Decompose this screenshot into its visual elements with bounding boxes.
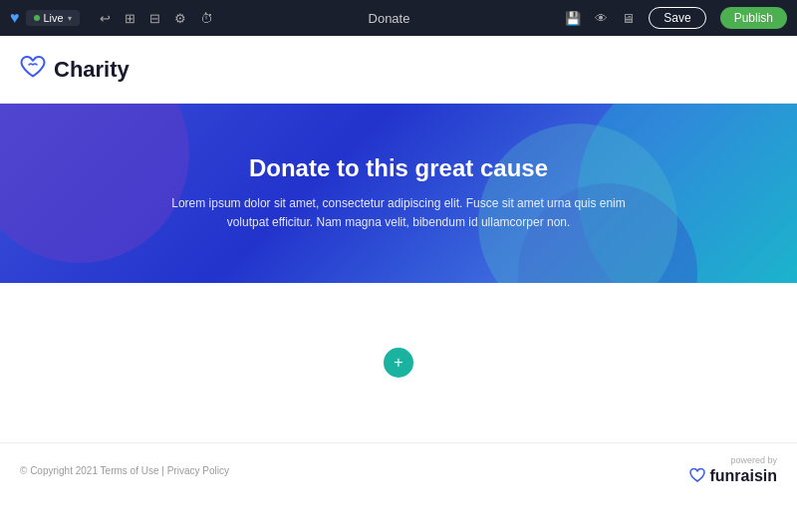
live-dot <box>34 15 40 21</box>
image-icon[interactable]: ⊞ <box>125 11 135 26</box>
site-logo: Charity <box>20 56 130 84</box>
save-cloud-icon[interactable]: 💾 <box>565 11 581 26</box>
settings-icon[interactable]: ⚙ <box>174 11 186 26</box>
desktop-icon[interactable]: 🖥 <box>622 11 635 26</box>
hero-title: Donate to this great cause <box>149 154 648 182</box>
heart-logo-icon: ♥ <box>10 9 20 27</box>
funraisin-heart-icon <box>689 468 705 485</box>
top-bar: ♥ Live ▾ ↩ ⊞ ⊟ ⚙ ⏱ Donate 💾 👁 🖥 Save Pub… <box>0 0 797 36</box>
save-button[interactable]: Save <box>649 7 705 29</box>
site-header: Charity <box>0 36 797 104</box>
hero-content: Donate to this great cause Lorem ipsum d… <box>110 154 687 232</box>
undo-icon[interactable]: ↩ <box>100 11 111 26</box>
live-label: Live <box>44 12 64 24</box>
hero-section: Donate to this great cause Lorem ipsum d… <box>0 104 797 283</box>
add-section-button[interactable]: + <box>384 348 413 378</box>
center-link[interactable]: Donate <box>369 11 410 26</box>
site-logo-text: Charity <box>54 57 130 83</box>
privacy-link[interactable]: Privacy Policy <box>167 465 229 476</box>
layout-icon[interactable]: ⊟ <box>149 11 160 26</box>
preview-icon[interactable]: 👁 <box>595 11 608 26</box>
publish-button[interactable]: Publish <box>720 7 787 29</box>
hero-subtitle: Lorem ipsum dolor sit amet, consectetur … <box>149 194 648 232</box>
top-bar-icons: ↩ ⊞ ⊟ ⚙ ⏱ <box>100 11 213 26</box>
logo-heart-icon <box>20 56 46 84</box>
live-badge[interactable]: Live ▾ <box>26 10 80 26</box>
powered-label: powered by <box>730 455 777 465</box>
footer-copyright: © Copyright 2021 Terms of Use | Privacy … <box>20 465 229 476</box>
content-area: + <box>0 283 797 442</box>
history-icon[interactable]: ⏱ <box>200 11 213 26</box>
chevron-down-icon: ▾ <box>68 14 72 23</box>
site-footer: © Copyright 2021 Terms of Use | Privacy … <box>0 442 797 497</box>
funraisin-text: funraisin <box>709 467 777 485</box>
top-bar-right-icons: 💾 👁 🖥 <box>565 11 635 26</box>
funraisin-logo: funraisin <box>689 467 777 485</box>
terms-link[interactable]: Terms of Use <box>101 465 159 476</box>
footer-powered: powered by funraisin <box>689 455 777 485</box>
top-bar-right: 💾 👁 🖥 Save Publish <box>565 7 787 29</box>
top-bar-left: ♥ Live ▾ ↩ ⊞ ⊟ ⚙ ⏱ <box>10 9 213 27</box>
top-bar-center: Donate <box>213 11 566 26</box>
copyright-text: © Copyright 2021 <box>20 465 98 476</box>
